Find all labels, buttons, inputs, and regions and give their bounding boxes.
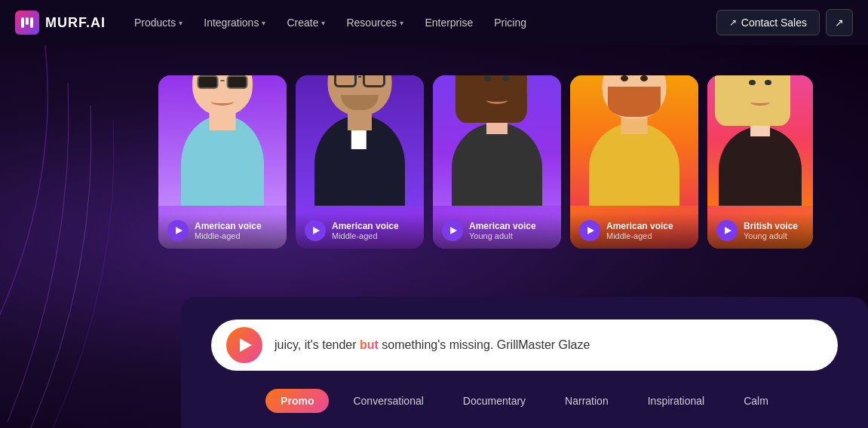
card-face-5: [707, 75, 813, 206]
player-text: juicy, it's tender but something's missi…: [275, 338, 823, 352]
card-label-5: British voice Young adult: [744, 221, 798, 240]
navbar: MURF.AI Products ▾ Integrations ▾ Create…: [0, 0, 868, 45]
card-face-4: [570, 75, 698, 206]
chevron-down-icon: ▾: [321, 19, 325, 27]
logo-text: MURF.AI: [45, 15, 106, 31]
play-button-2[interactable]: [305, 220, 326, 241]
card-label-3: American voice Young adult: [469, 221, 536, 240]
voice-card-4[interactable]: American voice Middle-aged: [570, 75, 698, 249]
nav-integrations[interactable]: Integrations ▾: [196, 12, 273, 33]
nav-pricing[interactable]: Pricing: [486, 12, 534, 33]
nav-enterprise[interactable]: Enterprise: [417, 12, 480, 33]
voice-card-1[interactable]: American voice Middle-aged: [158, 75, 287, 249]
card-label-1: American voice Middle-aged: [195, 221, 262, 240]
nav-extra-button[interactable]: ↗: [826, 9, 853, 36]
arrow-icon: ↗: [835, 17, 844, 29]
hero-background: American voice Middle-aged: [0, 45, 868, 428]
nav-products[interactable]: Products ▾: [127, 12, 190, 33]
chevron-down-icon: ▾: [179, 19, 182, 27]
card-face-2: [296, 75, 424, 206]
nav-resources[interactable]: Resources ▾: [339, 12, 411, 33]
tab-conversational[interactable]: Conversational: [338, 389, 438, 413]
card-info-4: American voice Middle-aged: [570, 212, 698, 249]
voice-cards-container: American voice Middle-aged: [151, 75, 868, 249]
card-info-5: British voice Young adult: [707, 212, 813, 249]
play-button-5[interactable]: [716, 220, 738, 241]
voice-card-3[interactable]: American voice Young adult: [433, 75, 561, 249]
play-button-1[interactable]: [167, 220, 189, 241]
card-info-1: American voice Middle-aged: [158, 212, 287, 249]
play-button-4[interactable]: [579, 220, 600, 241]
card-info-3: American voice Young adult: [433, 212, 561, 249]
player-text-before: juicy, it's tender: [275, 338, 360, 351]
logo-icon: [15, 11, 39, 35]
arrow-icon: ↗: [729, 17, 737, 28]
card-face-1: [158, 75, 287, 206]
player-text-after: something's missing. GrillMaster Glaze: [379, 338, 590, 351]
card-label-4: American voice Middle-aged: [606, 221, 673, 240]
tab-inspirational[interactable]: Inspirational: [633, 389, 720, 413]
chevron-down-icon: ▾: [400, 19, 403, 27]
voice-card-2[interactable]: American voice Middle-aged: [296, 75, 424, 249]
tab-narration[interactable]: Narration: [550, 389, 624, 413]
player-bar: juicy, it's tender but something's missi…: [211, 319, 838, 371]
tab-calm[interactable]: Calm: [728, 389, 784, 413]
play-button-main[interactable]: [226, 327, 262, 363]
tab-documentary[interactable]: Documentary: [448, 389, 541, 413]
play-button-3[interactable]: [442, 220, 463, 241]
card-info-2: American voice Middle-aged: [296, 212, 424, 249]
player-text-highlight: but: [360, 338, 379, 351]
decorative-lines: [0, 45, 166, 428]
nav-create[interactable]: Create ▾: [279, 12, 333, 33]
svg-rect-2: [30, 17, 33, 28]
card-label-2: American voice Middle-aged: [332, 221, 399, 240]
style-tabs-container: Promo Conversational Documentary Narrati…: [211, 389, 838, 413]
svg-rect-1: [26, 17, 29, 25]
contact-sales-button[interactable]: ↗ Contact Sales: [716, 10, 820, 35]
chevron-down-icon: ▾: [262, 19, 265, 27]
svg-rect-0: [21, 17, 24, 28]
card-face-3: [433, 75, 561, 206]
player-card: juicy, it's tender but something's missi…: [181, 297, 868, 428]
logo[interactable]: MURF.AI: [15, 11, 106, 35]
voice-card-5[interactable]: British voice Young adult: [707, 75, 813, 249]
tab-promo[interactable]: Promo: [265, 389, 329, 413]
